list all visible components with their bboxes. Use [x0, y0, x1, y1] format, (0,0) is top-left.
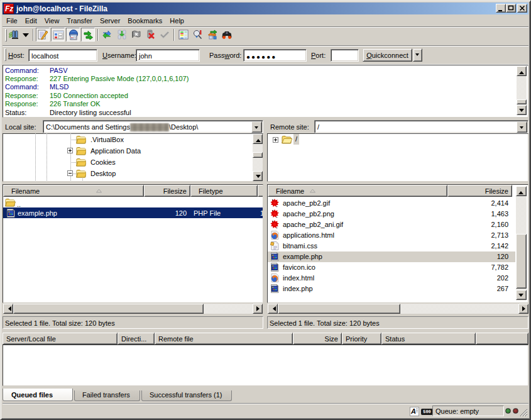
svg-text:A: A — [410, 407, 416, 415]
